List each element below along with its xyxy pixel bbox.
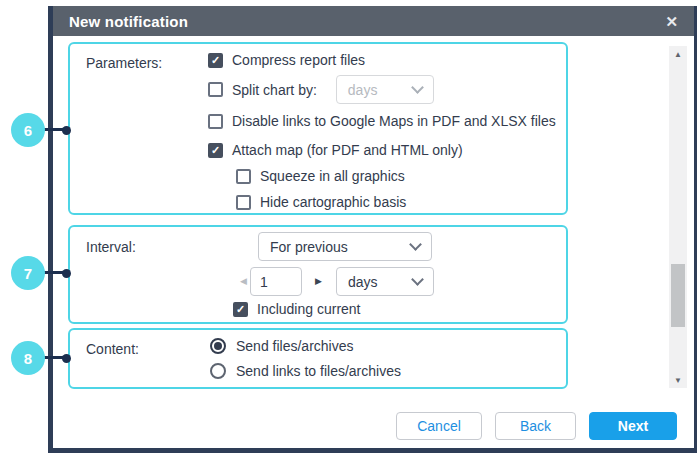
close-icon[interactable]: ✕: [665, 14, 678, 29]
chevron-down-icon: [409, 238, 422, 251]
step-next-icon: ▶: [315, 276, 322, 286]
split-chart-by-select[interactable]: days: [336, 75, 434, 104]
interval-group: Interval: For previous ◀ ▶ days ✓ Includ…: [68, 225, 568, 324]
checkbox-including-current[interactable]: ✓ Including current: [233, 301, 361, 317]
select-value: For previous: [270, 239, 348, 255]
checkbox-label: Disable links to Google Maps in PDF and …: [232, 113, 556, 129]
radio-send-links-to-files[interactable]: Send links to files/archives: [210, 363, 401, 379]
vertical-scrollbar[interactable]: ▲ ▼: [669, 46, 687, 388]
checkbox-label: Hide cartographic basis: [260, 194, 406, 210]
back-button[interactable]: Back: [495, 412, 576, 440]
dialog-header: New notification ✕: [53, 6, 694, 36]
decrement-button[interactable]: ◀: [240, 277, 247, 286]
radio-button: [210, 363, 226, 379]
step-prev-icon: ◀: [240, 276, 247, 286]
scroll-down-button[interactable]: ▼: [669, 372, 687, 388]
chevron-down-icon: [411, 81, 424, 94]
radio-send-files-archives[interactable]: Send files/archives: [210, 338, 354, 354]
callout-badge-8: 8: [11, 341, 45, 375]
checkbox-box: [236, 195, 251, 210]
next-button[interactable]: Next: [589, 412, 677, 440]
checkbox-label: Squeeze in all graphics: [260, 168, 405, 184]
dialog-title: New notification: [69, 13, 188, 30]
checkbox-label: Compress report files: [232, 52, 365, 68]
select-value: days: [348, 82, 378, 98]
interval-value-input[interactable]: [250, 267, 302, 296]
checkbox-label: Attach map (for PDF and HTML only): [232, 142, 463, 158]
new-notification-dialog: New notification ✕ Parameters: ✓ Compres…: [48, 6, 697, 453]
scroll-down-icon: ▼: [674, 376, 682, 385]
checkbox-split-chart-by[interactable]: Split chart by: days: [208, 75, 434, 104]
checkbox-label: Including current: [257, 301, 361, 317]
checkbox-label: Split chart by:: [232, 82, 317, 98]
radio-label: Send links to files/archives: [236, 363, 401, 379]
cancel-button[interactable]: Cancel: [396, 412, 482, 440]
checkbox-attach-map[interactable]: ✓ Attach map (for PDF and HTML only): [208, 142, 463, 158]
parameters-label: Parameters:: [86, 55, 162, 71]
interval-unit-select[interactable]: days: [336, 267, 434, 296]
select-value: days: [348, 274, 378, 290]
scrollbar-thumb[interactable]: [671, 264, 685, 327]
increment-button[interactable]: ▶: [315, 277, 322, 286]
checkbox-compress-report-files[interactable]: ✓ Compress report files: [208, 52, 365, 68]
scroll-up-icon: ▲: [674, 50, 682, 59]
checkbox-box: ✓: [208, 143, 223, 158]
callout-badge-7: 7: [11, 256, 45, 290]
radio-label: Send files/archives: [236, 338, 354, 354]
checkbox-squeeze-all-graphics[interactable]: Squeeze in all graphics: [236, 168, 405, 184]
check-icon: ✓: [236, 304, 245, 315]
parameters-group: Parameters: ✓ Compress report files Spli…: [68, 42, 568, 215]
checkbox-box: [208, 114, 223, 129]
callout-dot: [62, 126, 71, 135]
callout-dot: [62, 269, 71, 278]
check-icon: ✓: [211, 145, 220, 156]
interval-label: Interval:: [86, 239, 136, 255]
callout-badge-6: 6: [11, 113, 45, 147]
dialog-body: Parameters: ✓ Compress report files Spli…: [53, 36, 694, 448]
chevron-down-icon: [411, 273, 424, 286]
callout-dot: [62, 354, 71, 363]
check-icon: ✓: [211, 55, 220, 66]
interval-mode-select[interactable]: For previous: [258, 232, 432, 261]
screenshot-canvas: New notification ✕ Parameters: ✓ Compres…: [0, 0, 697, 453]
checkbox-hide-cartographic-basis[interactable]: Hide cartographic basis: [236, 194, 406, 210]
checkbox-box: [236, 169, 251, 184]
checkbox-box: ✓: [233, 302, 248, 317]
radio-button: [210, 338, 226, 354]
checkbox-box: ✓: [208, 53, 223, 68]
checkbox-box: [208, 82, 223, 97]
content-label: Content:: [86, 341, 139, 357]
scroll-up-button[interactable]: ▲: [669, 46, 687, 62]
dialog-footer: Cancel Back Next: [396, 412, 677, 440]
checkbox-disable-google-maps-links[interactable]: Disable links to Google Maps in PDF and …: [208, 113, 556, 129]
content-group: Content: Send files/archives Send links …: [68, 328, 568, 389]
